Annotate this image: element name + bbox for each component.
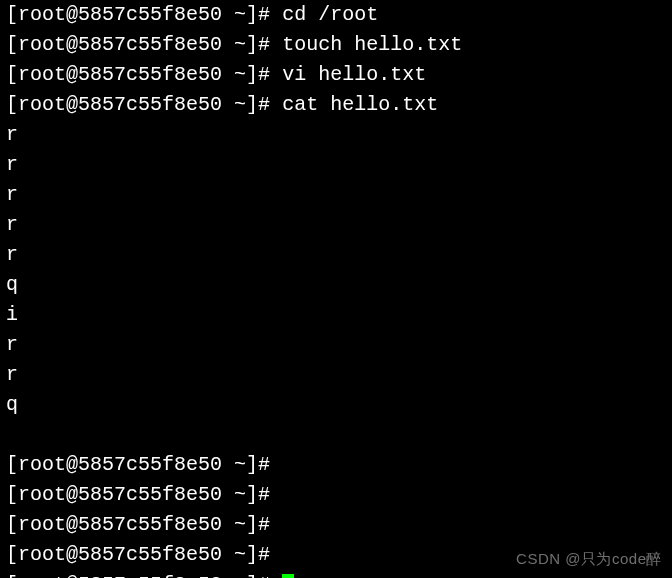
prompt-bracket-open: [	[6, 33, 18, 56]
prompt-bracket-open: [	[6, 573, 18, 578]
prompt-symbol: #	[258, 483, 270, 506]
command-line: [root@5857c55f8e50 ~]# touch hello.txt	[6, 30, 666, 60]
prompt-symbol: #	[258, 33, 270, 56]
prompt-bracket-close: ]	[246, 483, 258, 506]
output-line: r	[6, 210, 666, 240]
prompt-bracket-close: ]	[246, 33, 258, 56]
output-line: r	[6, 360, 666, 390]
prompt-bracket-close: ]	[246, 513, 258, 536]
prompt-symbol: #	[258, 3, 270, 26]
prompt-symbol: #	[258, 453, 270, 476]
empty-prompt-line: [root@5857c55f8e50 ~]#	[6, 450, 666, 480]
command-text: cat hello.txt	[282, 93, 438, 116]
command-line: [root@5857c55f8e50 ~]# cat hello.txt	[6, 90, 666, 120]
prompt-bracket-close: ]	[246, 93, 258, 116]
prompt-user-host: root@5857c55f8e50	[18, 573, 222, 578]
empty-prompt-line: [root@5857c55f8e50 ~]#	[6, 480, 666, 510]
blank-line	[6, 420, 666, 450]
prompt-bracket-open: [	[6, 3, 18, 26]
output-line: r	[6, 120, 666, 150]
prompt-path: ~	[234, 63, 246, 86]
prompt-user-host: root@5857c55f8e50	[18, 3, 222, 26]
command-text: cd /root	[282, 3, 378, 26]
prompt-user-host: root@5857c55f8e50	[18, 543, 222, 566]
prompt-user-host: root@5857c55f8e50	[18, 93, 222, 116]
prompt-user-host: root@5857c55f8e50	[18, 63, 222, 86]
cursor-block[interactable]	[282, 574, 294, 578]
prompt-path: ~	[234, 543, 246, 566]
empty-prompt-line: [root@5857c55f8e50 ~]#	[6, 540, 666, 570]
prompt-bracket-open: [	[6, 63, 18, 86]
prompt-bracket-open: [	[6, 93, 18, 116]
prompt-bracket-close: ]	[246, 573, 258, 578]
prompt-symbol: #	[258, 513, 270, 536]
output-line: q	[6, 270, 666, 300]
prompt-path: ~	[234, 93, 246, 116]
empty-prompt-line: [root@5857c55f8e50 ~]#	[6, 510, 666, 540]
command-text: vi hello.txt	[282, 63, 426, 86]
prompt-bracket-close: ]	[246, 3, 258, 26]
empty-prompt-line: [root@5857c55f8e50 ~]#	[6, 570, 666, 578]
prompt-user-host: root@5857c55f8e50	[18, 33, 222, 56]
prompt-path: ~	[234, 3, 246, 26]
prompt-path: ~	[234, 453, 246, 476]
prompt-user-host: root@5857c55f8e50	[18, 483, 222, 506]
output-line: r	[6, 180, 666, 210]
prompt-user-host: root@5857c55f8e50	[18, 453, 222, 476]
command-text: touch hello.txt	[282, 33, 462, 56]
prompt-path: ~	[234, 33, 246, 56]
prompt-bracket-close: ]	[246, 543, 258, 566]
command-line: [root@5857c55f8e50 ~]# cd /root	[6, 0, 666, 30]
command-line: [root@5857c55f8e50 ~]# vi hello.txt	[6, 60, 666, 90]
prompt-path: ~	[234, 573, 246, 578]
prompt-path: ~	[234, 483, 246, 506]
prompt-bracket-close: ]	[246, 453, 258, 476]
output-line: r	[6, 150, 666, 180]
terminal-output[interactable]: [root@5857c55f8e50 ~]# cd /root[root@585…	[6, 0, 666, 578]
prompt-bracket-open: [	[6, 543, 18, 566]
prompt-path: ~	[234, 513, 246, 536]
prompt-symbol: #	[258, 543, 270, 566]
prompt-user-host: root@5857c55f8e50	[18, 513, 222, 536]
output-line: r	[6, 330, 666, 360]
prompt-symbol: #	[258, 573, 270, 578]
prompt-symbol: #	[258, 63, 270, 86]
output-line: i	[6, 300, 666, 330]
prompt-bracket-open: [	[6, 483, 18, 506]
prompt-bracket-open: [	[6, 453, 18, 476]
prompt-symbol: #	[258, 93, 270, 116]
prompt-bracket-close: ]	[246, 63, 258, 86]
prompt-bracket-open: [	[6, 513, 18, 536]
output-line: r	[6, 240, 666, 270]
output-line: q	[6, 390, 666, 420]
